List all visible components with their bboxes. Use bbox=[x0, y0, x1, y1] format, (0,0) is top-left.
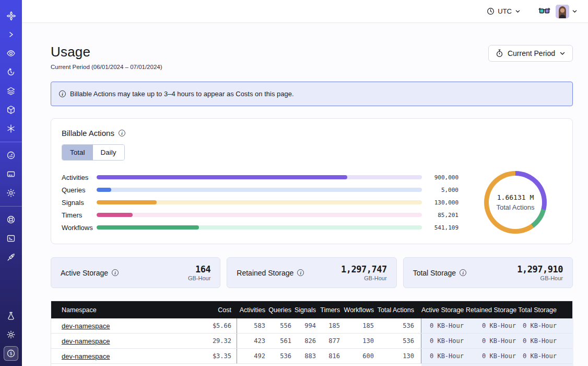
queries-cell: 556 bbox=[267, 322, 293, 329]
active-storage-cell: 0 KB-Hour bbox=[421, 349, 466, 363]
queries-cell: 536 bbox=[267, 352, 293, 360]
table-row: dev-namespace 29.32 423 561 826 877 130 … bbox=[51, 334, 572, 349]
bar-fill bbox=[97, 213, 133, 217]
queries-cell: 561 bbox=[267, 337, 293, 345]
workflows-cell: 600 bbox=[342, 352, 376, 360]
avatar bbox=[556, 5, 569, 18]
info-icon[interactable]: i bbox=[119, 130, 125, 136]
billable-actions-card: Billable Actions i Total Daily Activitie… bbox=[51, 118, 573, 244]
chevron-down-icon bbox=[515, 8, 521, 14]
nexus-asterisk-icon[interactable] bbox=[4, 121, 18, 136]
info-icon[interactable]: i bbox=[460, 269, 466, 276]
info-icon[interactable]: i bbox=[112, 269, 119, 276]
namespace-link[interactable]: dev-namespace bbox=[62, 337, 110, 345]
bar-fill bbox=[97, 200, 157, 204]
chevron-down-icon bbox=[559, 50, 566, 56]
active-storage-card: Active Storage i 164 GB-Hour bbox=[51, 257, 220, 288]
period-selector-label: Current Period bbox=[508, 49, 555, 58]
cost-cell: 29.32 bbox=[177, 334, 237, 348]
activities-cell: 492 bbox=[237, 352, 267, 360]
page-title: Usage bbox=[51, 44, 162, 60]
retained-storage-cell: 0 KB-Hour bbox=[466, 318, 518, 333]
namespaces-eye-icon[interactable] bbox=[4, 46, 18, 61]
settings-gear-icon[interactable] bbox=[4, 186, 18, 200]
col-activities: Activities bbox=[237, 306, 267, 314]
bar-row-workflows: Workflows 541,109 bbox=[62, 221, 458, 234]
total-storage-cell: 0 KB-Hour bbox=[518, 334, 573, 348]
period-selector-button[interactable]: Current Period bbox=[488, 45, 573, 62]
lab-flask-icon[interactable] bbox=[4, 308, 18, 323]
feedback-glasses-icon[interactable] bbox=[538, 7, 550, 15]
bar-fill bbox=[97, 175, 347, 179]
usage-gauge-icon[interactable] bbox=[4, 148, 18, 163]
total-actions-donut: 1.66131 M Total Actions bbox=[484, 171, 547, 234]
info-banner-text: Billable Actions may take up to 3–4 hour… bbox=[70, 90, 294, 98]
layers-icon[interactable] bbox=[4, 84, 18, 98]
total-storage-label: Total Storage bbox=[413, 269, 456, 277]
signals-cell: 883 bbox=[293, 352, 318, 360]
retained-storage-label: Retained Storage bbox=[237, 269, 293, 277]
bar-track bbox=[97, 225, 422, 230]
info-banner: i Billable Actions may take up to 3–4 ho… bbox=[51, 82, 573, 106]
active-storage-cell: 0 KB-Hour bbox=[421, 334, 466, 348]
total-storage-card: Total Storage i 1,297,910 GB-Hour bbox=[403, 257, 573, 288]
retained-storage-cell: 0 KB-Hour bbox=[466, 349, 518, 363]
col-active-storage: Active Storage bbox=[421, 306, 466, 314]
temporal-logo[interactable] bbox=[4, 8, 18, 23]
table-row: dev-namespace $5.66 583 556 994 185 185 … bbox=[51, 318, 572, 334]
rocket-icon[interactable] bbox=[4, 250, 18, 265]
namespace-link[interactable]: dev-namespace bbox=[62, 322, 110, 330]
next-row-sliver bbox=[51, 364, 572, 366]
col-cost: Cost bbox=[177, 301, 237, 318]
total-storage-cell: 0 KB-Hour bbox=[518, 318, 573, 333]
theme-sun-icon[interactable] bbox=[4, 327, 18, 342]
cube-icon[interactable] bbox=[4, 102, 18, 117]
timers-cell: 185 bbox=[318, 322, 342, 329]
history-clock-icon[interactable] bbox=[4, 65, 18, 79]
activities-cell: 583 bbox=[237, 322, 267, 329]
timezone-dropdown[interactable]: UTC bbox=[487, 7, 521, 15]
page-header: Usage Current Period (06/01/2024 – 07/01… bbox=[51, 44, 573, 70]
col-timers: Timers bbox=[318, 306, 342, 314]
support-lifebuoy-icon[interactable] bbox=[4, 212, 18, 227]
stopwatch-icon bbox=[496, 49, 503, 58]
col-namespace: Namespace bbox=[51, 306, 177, 314]
bar-row-signals: Signals 130,000 bbox=[62, 196, 458, 209]
bar-value: 130,000 bbox=[428, 199, 458, 206]
namespace-link[interactable]: dev-namespace bbox=[62, 352, 110, 360]
col-total-storage: Total Storage bbox=[518, 306, 573, 314]
timezone-label: UTC bbox=[498, 7, 512, 15]
col-workflows: Workflows bbox=[342, 306, 376, 314]
topbar: UTC bbox=[22, 0, 588, 23]
workflows-cell: 185 bbox=[342, 322, 376, 329]
sidebar: $ bbox=[0, 0, 22, 366]
total-actions-cell: 536 bbox=[376, 318, 421, 333]
sidebar-collapse-chevron-right-icon[interactable] bbox=[4, 27, 18, 42]
active-storage-label: Active Storage bbox=[61, 269, 108, 277]
bar-row-timers: Timers 85,201 bbox=[62, 209, 458, 221]
storage-unit: GB-Hour bbox=[517, 275, 563, 281]
timers-cell: 816 bbox=[318, 352, 342, 360]
workflows-cell: 130 bbox=[342, 337, 376, 345]
tab-total[interactable]: Total bbox=[62, 145, 93, 160]
cost-cell: $5.66 bbox=[177, 318, 237, 333]
bar-fill bbox=[97, 188, 111, 192]
usage-dollar-icon[interactable]: $ bbox=[4, 346, 18, 361]
billing-card-icon[interactable] bbox=[4, 167, 18, 181]
user-menu[interactable] bbox=[556, 5, 578, 18]
sidebar-divider bbox=[0, 142, 22, 142]
signals-cell: 826 bbox=[293, 337, 318, 345]
bar-row-activities: Activities 900,000 bbox=[62, 171, 458, 184]
storage-summary-row: Active Storage i 164 GB-Hour Retained St… bbox=[51, 257, 573, 288]
col-retained-storage: Retained Storage bbox=[466, 306, 518, 314]
bar-fill bbox=[97, 225, 199, 230]
retained-storage-value: 1,297,747 bbox=[341, 264, 387, 274]
total-actions-label: Total Actions bbox=[497, 203, 535, 211]
tab-daily[interactable]: Daily bbox=[93, 145, 124, 160]
console-terminal-icon[interactable] bbox=[4, 231, 18, 246]
timers-cell: 877 bbox=[318, 337, 342, 345]
info-icon[interactable]: i bbox=[297, 269, 304, 276]
col-total-actions: Total Actions bbox=[376, 301, 421, 318]
info-icon: i bbox=[59, 90, 66, 97]
bar-value: 900,000 bbox=[428, 174, 458, 181]
